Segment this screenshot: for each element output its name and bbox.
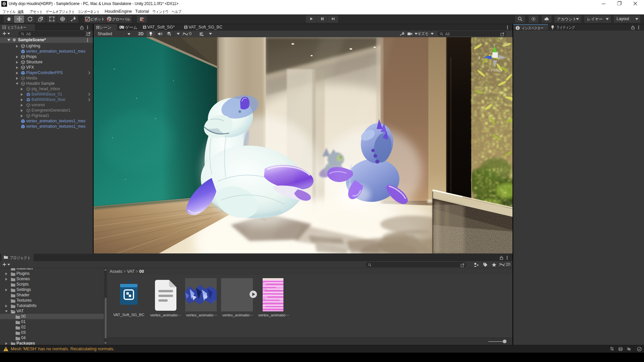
svg-text:< Persp: < Persp [487,68,501,73]
svg-text:z: z [479,56,480,59]
svg-text:y: y [493,43,495,47]
